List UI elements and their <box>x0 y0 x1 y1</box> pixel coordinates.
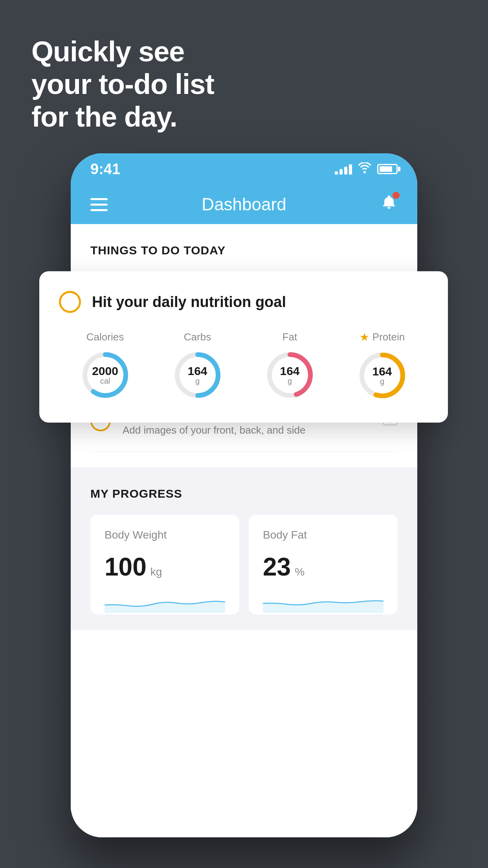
progress-title: MY PROGRESS <box>90 487 398 500</box>
battery-icon <box>377 164 398 174</box>
nav-bar: Dashboard <box>71 185 417 224</box>
body-fat-unit: % <box>295 566 305 578</box>
calories-label: Calories <box>86 331 124 343</box>
fat-value: 164 <box>280 365 299 377</box>
body-fat-label: Body Fat <box>263 529 383 541</box>
body-weight-unit: kg <box>150 566 162 578</box>
protein-label: ★ Protein <box>360 331 405 344</box>
body-fat-card[interactable]: Body Fat 23 % <box>249 515 398 614</box>
wifi-icon <box>358 162 372 176</box>
status-time: 9:41 <box>90 161 120 178</box>
nav-title: Dashboard <box>202 195 286 214</box>
phone-mockup: 9:41 Dashboard <box>71 153 417 837</box>
fat-ring: 164 g <box>264 349 316 401</box>
section-title: THINGS TO DO TODAY <box>90 244 226 257</box>
protein-unit: g <box>372 377 392 385</box>
nutrition-fat: Fat 164 g <box>264 331 316 401</box>
hamburger-menu-button[interactable] <box>90 198 108 211</box>
nutrition-grid: Calories 2000 cal Carbs <box>59 331 428 401</box>
fat-unit: g <box>280 377 299 385</box>
body-weight-label: Body Weight <box>105 529 225 541</box>
body-weight-value: 100 <box>105 552 147 581</box>
protein-value: 164 <box>372 366 392 377</box>
hero-line-1: Quickly see <box>31 35 214 68</box>
body-fat-value: 23 <box>263 552 291 581</box>
carbs-ring: 164 g <box>172 349 223 401</box>
status-bar: 9:41 <box>71 153 417 185</box>
carbs-label: Carbs <box>184 331 211 343</box>
carbs-unit: g <box>187 377 207 385</box>
hero-text: Quickly see your to-do list for the day. <box>31 35 214 133</box>
nutrition-card: Hit your daily nutrition goal Calories 2… <box>39 271 448 423</box>
body-weight-card[interactable]: Body Weight 100 kg <box>90 515 239 614</box>
progress-cards: Body Weight 100 kg Body Fat 23 % <box>90 515 398 614</box>
body-weight-chart <box>105 589 225 613</box>
nutrition-protein: ★ Protein 164 g <box>357 331 408 401</box>
calories-unit: cal <box>92 377 118 385</box>
star-icon: ★ <box>360 331 369 344</box>
hero-line-3: for the day. <box>31 101 214 133</box>
nutrition-card-title: Hit your daily nutrition goal <box>92 294 286 311</box>
todo-subtitle-photos: Add images of your front, back, and side <box>123 424 371 436</box>
body-fat-chart <box>263 589 383 613</box>
calories-ring: 2000 cal <box>80 349 131 401</box>
status-icons <box>335 162 398 176</box>
progress-section: MY PROGRESS Body Weight 100 kg Body Fat <box>71 467 417 630</box>
carbs-value: 164 <box>187 365 207 377</box>
signal-icon <box>335 164 352 175</box>
hero-line-2: your to-do list <box>31 68 214 101</box>
notification-dot <box>393 192 400 199</box>
nutrition-calories: Calories 2000 cal <box>80 331 131 401</box>
protein-ring: 164 g <box>357 350 408 401</box>
nutrition-check-circle[interactable] <box>59 291 81 313</box>
nutrition-carbs: Carbs 164 g <box>172 331 223 401</box>
fat-label: Fat <box>283 331 297 343</box>
bell-notification-button[interactable] <box>380 194 398 215</box>
calories-value: 2000 <box>92 365 118 377</box>
section-header: THINGS TO DO TODAY <box>71 224 417 269</box>
